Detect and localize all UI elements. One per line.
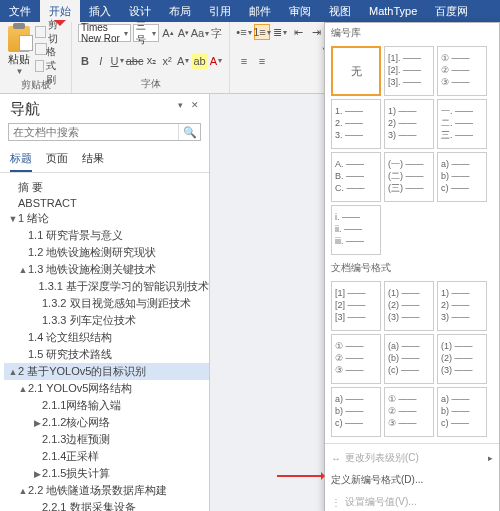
- tree-node[interactable]: ▲1.3 地铁设施检测关键技术: [4, 261, 209, 278]
- clipboard-icon: [8, 26, 30, 52]
- numlib-doc-item[interactable]: ① ——② ——③ ——: [384, 387, 434, 437]
- tree-node[interactable]: ▲2.1 YOLOv5网络结构: [4, 380, 209, 397]
- numlib-doc-item[interactable]: ① ——② ——③ ——: [331, 334, 381, 384]
- search-icon[interactable]: 🔍: [178, 124, 200, 140]
- tree-node[interactable]: ▲2.2 地铁隧道场景数据库构建: [4, 482, 209, 499]
- tree-node[interactable]: 1.2 地铁设施检测研究现状: [4, 244, 209, 261]
- increase-indent-button[interactable]: ⇥: [308, 24, 324, 40]
- numlib-item[interactable]: 1. ——2. ——3. ——: [331, 99, 381, 149]
- bold-button[interactable]: B: [78, 53, 92, 69]
- tree-node[interactable]: ▶2.1.5损失计算: [4, 465, 209, 482]
- chevron-down-icon: ▼: [15, 67, 24, 76]
- tree-node[interactable]: 1.5 研究技术路线: [4, 346, 209, 363]
- tree-node[interactable]: ▼1 绪论: [4, 210, 209, 227]
- ribbon-tab-9[interactable]: MathType: [360, 0, 426, 22]
- strikethrough-button[interactable]: abc: [127, 53, 143, 69]
- font-color-button[interactable]: A▾: [209, 53, 223, 69]
- subscript-button[interactable]: x₂: [145, 53, 159, 69]
- numbering-button[interactable]: 1≡▾: [254, 24, 270, 40]
- ribbon-tab-10[interactable]: 百度网: [426, 0, 477, 22]
- numlib-doc-item[interactable]: 1) ——2) ——3) ——: [437, 281, 487, 331]
- numlib-item[interactable]: i. ——ii. ——iii. ——: [331, 205, 381, 255]
- ribbon-tab-4[interactable]: 布局: [160, 0, 200, 22]
- tree-node[interactable]: 摘 要: [4, 179, 209, 196]
- grow-font-button[interactable]: A▴: [161, 25, 174, 41]
- nav-search-input[interactable]: [9, 124, 178, 140]
- ribbon-tab-8[interactable]: 视图: [320, 0, 360, 22]
- numlib-title: 编号库: [325, 23, 499, 43]
- paste-label: 粘贴: [8, 52, 30, 67]
- highlight-button[interactable]: ab: [192, 53, 206, 69]
- numlib-doc-item[interactable]: a) ——b) ——c) ——: [331, 387, 381, 437]
- numlib-item[interactable]: a) ——b) ——c) ——: [437, 152, 487, 202]
- nav-tab-2[interactable]: 结果: [82, 147, 104, 172]
- tree-node[interactable]: 2.1.4正采样: [4, 448, 209, 465]
- tree-node[interactable]: ▲2 基于YOLOv5的目标识别: [4, 363, 209, 380]
- numlib-doc-item[interactable]: (a) ——(b) ——(c) ——: [384, 334, 434, 384]
- phonetic-guide-button[interactable]: 字: [210, 25, 223, 41]
- numlib-item[interactable]: A. ——B. ——C. ——: [331, 152, 381, 202]
- numlib-doc-item[interactable]: a) ——b) ——c) ——: [437, 387, 487, 437]
- font-size-select[interactable]: 三号▾: [133, 24, 159, 42]
- paste-button[interactable]: 粘贴 ▼: [6, 24, 32, 78]
- numlib-item[interactable]: [1]. ——[2]. ——[3]. ——: [384, 46, 434, 96]
- numlib-doc-item[interactable]: (1) ——(2) ——(3) ——: [437, 334, 487, 384]
- ribbon-tab-5[interactable]: 引用: [200, 0, 240, 22]
- tree-node[interactable]: 2.1.1网络输入端: [4, 397, 209, 414]
- ribbon-tab-0[interactable]: 文件: [0, 0, 40, 22]
- nav-dropdown-button[interactable]: ▾ ✕: [178, 100, 199, 119]
- align-left-button[interactable]: ≡: [236, 53, 252, 69]
- tree-node[interactable]: 1.3.1 基于深度学习的智能识别技术: [4, 278, 209, 295]
- numlib-doc-title: 文档编号格式: [325, 258, 499, 278]
- italic-button[interactable]: I: [94, 53, 108, 69]
- nav-tab-0[interactable]: 标题: [10, 147, 32, 172]
- tree-node[interactable]: 1.4 论文组织结构: [4, 329, 209, 346]
- tree-node[interactable]: 1.1 研究背景与意义: [4, 227, 209, 244]
- shrink-font-button[interactable]: A▾: [177, 25, 190, 41]
- ribbon-tab-2[interactable]: 插入: [80, 0, 120, 22]
- tree-node[interactable]: 1.3.3 列车定位技术: [4, 312, 209, 329]
- font-group-label: 字体: [78, 77, 223, 91]
- tree-node[interactable]: 2.2.1 数据采集设备: [4, 499, 209, 511]
- tree-node[interactable]: 2.1.3边框预测: [4, 431, 209, 448]
- numlib-item[interactable]: 1) ——2) ——3) ——: [384, 99, 434, 149]
- change-list-level-menu: ↔更改列表级别(C)▸: [325, 447, 499, 469]
- numlib-none[interactable]: 无: [331, 46, 381, 96]
- format-painter-button[interactable]: 格式刷: [35, 58, 65, 74]
- ribbon-tab-6[interactable]: 邮件: [240, 0, 280, 22]
- numlib-item[interactable]: 一. ——二. ——三. ——: [437, 99, 487, 149]
- numlib-item[interactable]: (一) ——(二) ——(三) ——: [384, 152, 434, 202]
- tree-node[interactable]: ABSTRACT: [4, 196, 209, 210]
- define-new-number-format-menu[interactable]: 定义新编号格式(D)...: [325, 469, 499, 491]
- tree-node[interactable]: ▶2.1.2核心网络: [4, 414, 209, 431]
- nav-title: 导航: [10, 100, 40, 119]
- decrease-indent-button[interactable]: ⇤: [290, 24, 306, 40]
- numlib-doc-item[interactable]: [1] ——[2] ——[3] ——: [331, 281, 381, 331]
- text-effects-button[interactable]: A▾: [176, 53, 190, 69]
- superscript-button[interactable]: x²: [160, 53, 174, 69]
- numlib-item[interactable]: ① ——② ——③ ——: [437, 46, 487, 96]
- underline-button[interactable]: U▾: [110, 53, 125, 69]
- numlib-doc-item[interactable]: (1) ——(2) ——(3) ——: [384, 281, 434, 331]
- bullets-button[interactable]: •≡▾: [236, 24, 252, 40]
- ribbon-tab-7[interactable]: 审阅: [280, 0, 320, 22]
- set-number-value-menu: ⋮设置编号值(V)...: [325, 491, 499, 511]
- align-center-button[interactable]: ≡: [254, 53, 270, 69]
- font-name-select[interactable]: Times New Ror▾: [78, 24, 131, 42]
- numbering-library-popup: 编号库 无 [1]. ——[2]. ——[3]. —— ① ——② ——③ ——…: [324, 22, 500, 511]
- change-case-button[interactable]: Aa▾: [192, 25, 208, 41]
- scissors-icon: [35, 26, 46, 38]
- brush-icon: [35, 60, 44, 72]
- clipboard-group-label: 剪贴板: [6, 78, 65, 92]
- tree-node[interactable]: 1.3.2 双目视觉感知与测距技术: [4, 295, 209, 312]
- nav-tab-1[interactable]: 页面: [46, 147, 68, 172]
- multilevel-list-button[interactable]: ≣▾: [272, 24, 288, 40]
